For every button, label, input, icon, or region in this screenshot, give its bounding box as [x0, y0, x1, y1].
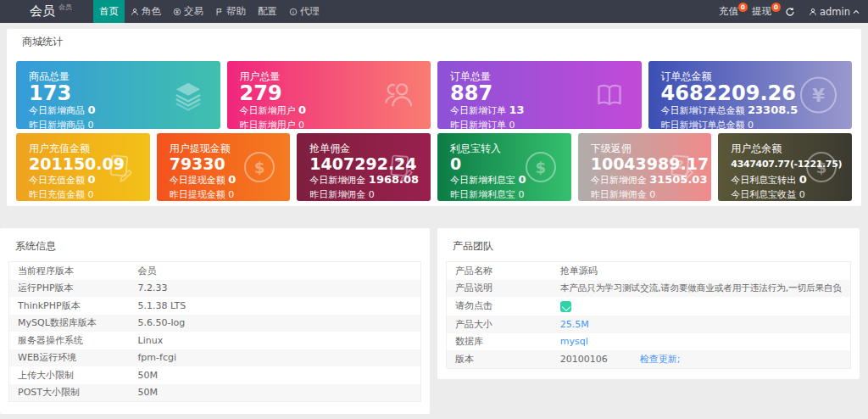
- green-pencil-icon[interactable]: [560, 301, 571, 312]
- table-row: POST大小限制50M: [9, 384, 421, 402]
- stat-card-sub-rebate: 下级返佣 10043989.17 今日新增佣金 31505.03 昨日新增佣金 …: [578, 133, 712, 201]
- table-row: WEB运行环境fpm-fcgi: [9, 349, 421, 367]
- table-row: 上传大小限制50M: [9, 366, 421, 384]
- refresh-icon: [785, 7, 795, 17]
- doc-question-icon: ?: [104, 152, 135, 182]
- table-row: 运行PHP版本7.2.33: [9, 280, 421, 298]
- table-row: 产品大小25.5M: [447, 316, 851, 333]
- navbar-right: 充值0 提现0 admin: [712, 0, 868, 23]
- chevron-up-icon: [853, 9, 860, 14]
- table-row: 产品名称抢单源码: [447, 262, 851, 280]
- stat-card-interest-in: 利息宝转入 0 今日新增利息宝 0 昨日新增利息宝 0 $: [437, 133, 571, 201]
- stat-card-withdraw-amount: 用户提现金额 79330 今日提现金额 0 昨日提现金额 0 $: [157, 133, 291, 201]
- stat-card-order-commission: 抢单佣金 1407292.24 今日新增佣金 1968.08 昨日新增佣金 0 …: [297, 133, 431, 201]
- withdraw-button[interactable]: 提现0: [745, 0, 778, 23]
- main-menu: 首页 角色 交易 帮助 配置 代理: [93, 0, 326, 23]
- nav-item-config[interactable]: 配置: [252, 0, 283, 23]
- yen-circle-icon: ¥: [800, 77, 837, 114]
- stat-card-goods-total: 商品总量 173 今日新增商品 0 昨日新增商品 0: [16, 61, 220, 129]
- database-link[interactable]: mysql: [560, 336, 588, 347]
- flag-icon: [215, 8, 224, 16]
- stat-card-orders-total: 订单总量 887 今日新增订单 13 昨日新增订单 0: [437, 61, 642, 129]
- brand-text: 会员: [30, 3, 55, 20]
- transaction-icon: [173, 8, 181, 16]
- doc-question-icon: ?: [385, 152, 415, 182]
- book-icon: [593, 78, 626, 112]
- recharge-button[interactable]: 充值0: [712, 0, 745, 23]
- top-navbar: 会员会员 首页 角色 交易 帮助 配置 代理 充值0 提现0 admin: [0, 0, 868, 23]
- dollar-circle-icon: $: [526, 152, 556, 182]
- stat-card-recharge-amount: 用户充值金额 201150.09 今日充值金额 0 昨日充值金额 0 ?: [16, 133, 150, 201]
- brand-sup: 会员: [58, 3, 72, 12]
- system-info-panel: 系统信息 当前程序版本会员 运行PHP版本7.2.33 ThinkPHP版本5.…: [0, 228, 430, 414]
- bottom-panels: 系统信息 当前程序版本会员 运行PHP版本7.2.33 ThinkPHP版本5.…: [0, 228, 868, 414]
- table-row: MySQL数据库版本5.6.50-log: [9, 315, 421, 332]
- user-icon: [809, 8, 817, 16]
- doc-question-icon: ?: [665, 152, 696, 182]
- user-icon: [131, 8, 139, 16]
- system-info-table: 当前程序版本会员 运行PHP版本7.2.33 ThinkPHP版本5.1.38 …: [8, 261, 421, 402]
- stat-card-user-balance: 用户总余额 4347407.77(-1221.75) 今日利息宝转出 0 今日利…: [718, 133, 852, 201]
- stats-cards-row1: 商品总量 173 今日新增商品 0 昨日新增商品 0 用户总量 279 今日新增…: [7, 61, 861, 129]
- user-menu[interactable]: admin: [802, 0, 866, 23]
- nav-item-help[interactable]: 帮助: [209, 0, 252, 23]
- product-team-table: 产品名称抢单源码 产品说明本产品只为学习测试交流,请勿要做商业或者用于违法行为,…: [446, 261, 851, 369]
- product-team-title: 产品团队: [437, 228, 860, 261]
- table-row: 版本20100106检查更新;: [447, 350, 851, 368]
- layers-icon: [171, 78, 205, 112]
- table-row: ThinkPHP版本5.1.38 LTS: [9, 297, 421, 315]
- check-update-link[interactable]: 检查更新;: [640, 354, 681, 365]
- table-row: 数据库mysql: [447, 333, 851, 351]
- stats-cards-row2: 用户充值金额 201150.09 今日充值金额 0 昨日充值金额 0 ? 用户提…: [7, 133, 861, 201]
- stats-panel: 商城统计 商品总量 173 今日新增商品 0 昨日新增商品 0 用户总量 279…: [7, 29, 861, 206]
- svg-text:?: ?: [677, 158, 684, 171]
- nav-item-trade[interactable]: 交易: [167, 0, 209, 23]
- svg-text:?: ?: [397, 158, 403, 171]
- table-row: 请勿点击: [447, 297, 851, 316]
- nav-item-agent[interactable]: 代理: [283, 0, 326, 23]
- main-content: 商城统计 商品总量 173 今日新增商品 0 昨日新增商品 0 用户总量 279…: [0, 29, 868, 414]
- product-size-link[interactable]: 25.5M: [560, 319, 589, 330]
- stat-card-users-total: 用户总量 279 今日新增用户 0 昨日新增用户 0: [227, 61, 431, 129]
- nav-item-home[interactable]: 首页: [93, 0, 125, 23]
- table-row: 产品说明本产品只为学习测试交流,请勿要做商业或者用于违法行为,一切后果自负: [447, 280, 851, 298]
- nav-item-roles[interactable]: 角色: [125, 0, 167, 23]
- dollar-circle-icon: $: [244, 152, 275, 182]
- svg-text:?: ?: [115, 158, 122, 171]
- brand-logo[interactable]: 会员会员: [0, 0, 72, 23]
- users-icon: [381, 78, 415, 112]
- stats-panel-title: 商城统计: [7, 29, 861, 55]
- stat-card-order-amount: 订单总金额 4682209.26 今日新增订单总金额 23308.5 昨日新增订…: [648, 61, 853, 129]
- system-info-title: 系统信息: [0, 228, 430, 261]
- table-row: 服务器操作系统Linux: [9, 332, 421, 349]
- dollar-circle-icon: $: [806, 152, 837, 182]
- refresh-button[interactable]: [778, 0, 802, 23]
- table-row: 当前程序版本会员: [9, 262, 421, 280]
- product-team-panel: 产品团队 产品名称抢单源码 产品说明本产品只为学习测试交流,请勿要做商业或者用于…: [437, 228, 860, 379]
- info-circle-icon: [289, 8, 298, 16]
